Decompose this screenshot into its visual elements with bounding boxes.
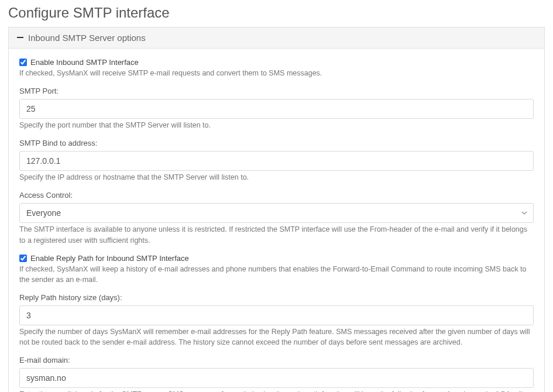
reply-history-label: Reply Path history size (days):	[19, 293, 534, 302]
panel-body: Enable Inbound SMTP Interface If checked…	[9, 49, 544, 392]
panel-header[interactable]: Inbound SMTP Server options	[9, 27, 544, 49]
smtp-bind-label: SMTP Bind to address:	[19, 139, 534, 147]
smtp-port-label: SMTP Port:	[19, 87, 534, 95]
enable-inbound-group: Enable Inbound SMTP Interface If checked…	[19, 58, 534, 78]
page-title: Configure SMTP interface	[8, 5, 545, 21]
smtp-port-input[interactable]	[19, 99, 534, 119]
reply-path-group: Enable Reply Path for Inbound SMTP Inter…	[19, 254, 534, 285]
reply-path-checkbox[interactable]	[19, 255, 27, 262]
inbound-smtp-panel: Inbound SMTP Server options Enable Inbou…	[8, 27, 545, 392]
enable-inbound-checkbox[interactable]	[19, 59, 27, 66]
email-domain-group: E-mail domain: Enter the e-mail domain f…	[19, 356, 534, 392]
reply-history-input[interactable]	[19, 305, 534, 325]
access-control-label: Access Control:	[19, 191, 534, 200]
reply-path-help: If checked, SysManX will keep a history …	[19, 264, 534, 285]
access-control-group: Access Control: Everyone The SMTP interf…	[19, 191, 534, 245]
smtp-port-help: Specify the port number that the SMTP Se…	[19, 120, 534, 130]
enable-inbound-label[interactable]: Enable Inbound SMTP Interface	[30, 58, 139, 67]
reply-path-label[interactable]: Enable Reply Path for Inbound SMTP Inter…	[30, 254, 189, 263]
access-control-help: The SMTP interface is available to anyon…	[19, 224, 534, 245]
smtp-bind-input[interactable]	[19, 151, 534, 171]
collapse-icon	[17, 34, 23, 40]
email-domain-input[interactable]	[19, 368, 534, 388]
email-domain-help: Enter the e-mail domain for the SMTP ser…	[19, 389, 534, 392]
smtp-bind-help: Specify the IP address or hostname that …	[19, 172, 534, 183]
panel-title: Inbound SMTP Server options	[28, 33, 146, 43]
email-domain-label: E-mail domain:	[19, 356, 534, 365]
enable-inbound-help: If checked, SysManX will receive SMTP e-…	[19, 68, 534, 78]
smtp-bind-group: SMTP Bind to address: Specify the IP add…	[19, 139, 534, 183]
smtp-port-group: SMTP Port: Specify the port number that …	[19, 87, 534, 130]
reply-history-help: Specify the number of days SysManX will …	[19, 326, 534, 348]
reply-history-group: Reply Path history size (days): Specify …	[19, 293, 534, 348]
access-control-select[interactable]: Everyone	[19, 203, 534, 223]
